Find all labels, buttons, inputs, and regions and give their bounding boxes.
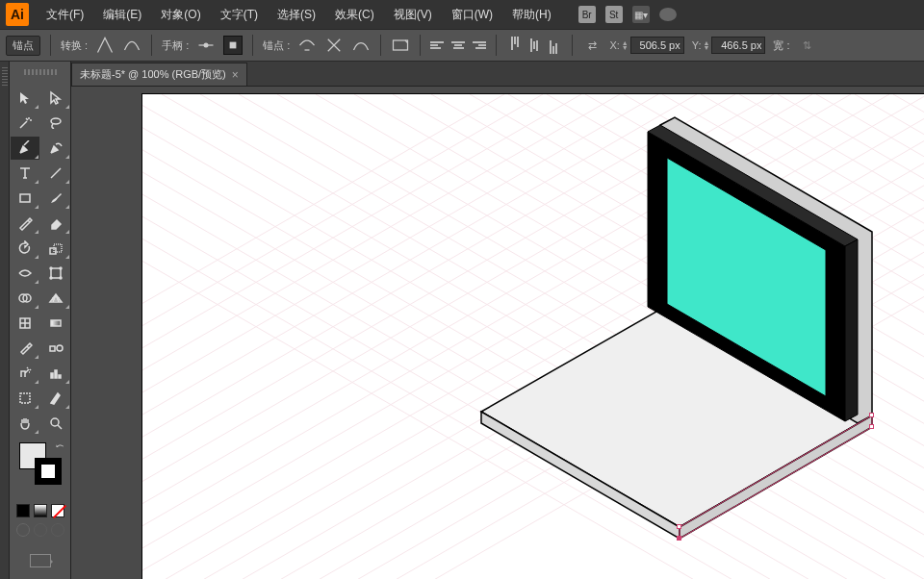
bridge-icon[interactable]: Br <box>578 6 596 23</box>
draw-inside-icon[interactable] <box>51 523 64 537</box>
anchor-remove-icon[interactable] <box>297 36 317 55</box>
selection-handle[interactable] <box>677 524 681 529</box>
menu-window[interactable]: 窗口(W) <box>444 3 500 27</box>
stroke-swatch[interactable] <box>35 458 62 485</box>
canvas-area[interactable] <box>71 87 924 579</box>
rotate-tool[interactable] <box>11 237 39 260</box>
color-swatches[interactable]: ⤺ <box>19 442 62 485</box>
type-tool[interactable] <box>11 162 39 185</box>
rectangle-tool[interactable] <box>11 187 39 210</box>
swap-fill-stroke-icon[interactable]: ⤺ <box>56 441 64 451</box>
direct-selection-tool[interactable] <box>41 87 70 110</box>
align-bottom-icon[interactable] <box>545 37 562 54</box>
x-field: X: ▲▼ <box>609 37 683 54</box>
w-link-icon[interactable]: ⇅ <box>798 36 817 55</box>
color-gradient-icon[interactable] <box>34 504 47 517</box>
slice-tool[interactable] <box>41 387 70 410</box>
curvature-tool[interactable] <box>41 137 70 160</box>
separator <box>572 35 573 56</box>
color-none-icon[interactable] <box>51 504 64 517</box>
selection-tool[interactable] <box>11 87 39 110</box>
pencil-tool[interactable] <box>11 212 39 235</box>
draw-behind-icon[interactable] <box>34 523 47 537</box>
menu-edit[interactable]: 编辑(E) <box>95 3 149 27</box>
menu-view[interactable]: 视图(V) <box>386 3 440 27</box>
convert-label: 转换 : <box>61 38 88 53</box>
blend-tool[interactable] <box>41 337 70 360</box>
magic-wand-tool[interactable] <box>11 112 39 135</box>
menu-object[interactable]: 对象(O) <box>153 3 208 27</box>
artboard-tool[interactable] <box>11 387 39 410</box>
anchor-label: 锚点 : <box>263 38 290 53</box>
y-spinner[interactable]: ▲▼ <box>704 40 710 50</box>
draw-mode-row <box>10 523 70 537</box>
scale-tool[interactable] <box>41 237 70 260</box>
align-top-icon[interactable] <box>506 37 524 54</box>
lasso-tool[interactable] <box>41 112 70 135</box>
link-xy-icon[interactable]: ⇄ <box>582 36 602 55</box>
stock-icon[interactable]: St <box>605 6 623 23</box>
convert-smooth-icon[interactable] <box>122 36 141 55</box>
align-left-icon[interactable] <box>430 37 448 54</box>
align-vertical-group <box>506 37 562 54</box>
menu-file[interactable]: 文件(F) <box>38 3 91 27</box>
x-spinner[interactable]: ▲▼ <box>622 40 629 50</box>
toolbox-grip[interactable] <box>10 65 70 79</box>
align-vcenter-icon[interactable] <box>526 37 543 54</box>
handle-show-icon[interactable] <box>196 36 216 55</box>
svg-rect-20 <box>59 375 61 378</box>
artboard[interactable] <box>142 94 924 579</box>
draw-normal-icon[interactable] <box>16 523 30 537</box>
paintbrush-tool[interactable] <box>41 187 70 210</box>
screen-mode-icon[interactable] <box>30 554 51 567</box>
selection-handle[interactable] <box>869 424 874 429</box>
options-bar: 锚点 转换 : 手柄 : 锚点 : ⇄ X: ▲▼ Y: ▲▼ 宽 : ⇅ <box>0 29 924 62</box>
free-transform-tool[interactable] <box>41 262 70 285</box>
svg-rect-18 <box>51 373 53 378</box>
symbol-sprayer-tool[interactable] <box>11 362 39 385</box>
eyedropper-tool[interactable] <box>11 337 39 360</box>
menu-select[interactable]: 选择(S) <box>270 3 323 27</box>
svg-rect-19 <box>55 370 57 378</box>
arrange-docs-icon[interactable]: ▦▾ <box>632 6 650 23</box>
separator <box>380 35 381 56</box>
svg-marker-78 <box>845 239 858 421</box>
y-input[interactable] <box>711 37 765 54</box>
pen-tool[interactable] <box>11 137 39 160</box>
hand-tool[interactable] <box>11 412 39 435</box>
x-input[interactable] <box>630 37 684 54</box>
menu-type[interactable]: 文字(T) <box>213 3 266 27</box>
align-hcenter-icon[interactable] <box>449 37 467 54</box>
align-right-icon[interactable] <box>469 37 486 54</box>
app-logo: Ai <box>6 3 29 26</box>
width-tool[interactable] <box>11 262 39 285</box>
svg-rect-2 <box>394 40 408 50</box>
gradient-tool[interactable] <box>41 312 70 335</box>
mesh-tool[interactable] <box>11 312 39 335</box>
separator <box>420 35 421 56</box>
isolate-icon[interactable] <box>391 36 410 55</box>
anchor-cut-icon[interactable] <box>324 36 344 55</box>
perspective-grid-tool[interactable] <box>41 287 70 310</box>
menu-effect[interactable]: 效果(C) <box>327 3 382 27</box>
shape-builder-tool[interactable] <box>11 287 39 310</box>
line-tool[interactable] <box>41 162 70 185</box>
y-label: Y: <box>692 39 702 51</box>
dock-grip[interactable] <box>2 67 8 87</box>
color-solid-icon[interactable] <box>16 504 30 517</box>
eraser-tool[interactable] <box>41 212 70 235</box>
search-icon[interactable] <box>659 8 677 21</box>
separator <box>496 35 497 56</box>
menu-help[interactable]: 帮助(H) <box>504 3 559 27</box>
panel-dock[interactable] <box>0 62 10 579</box>
handle-hide-icon[interactable] <box>223 36 243 55</box>
zoom-tool[interactable] <box>41 412 70 435</box>
convert-corner-icon[interactable] <box>95 36 115 55</box>
anchor-connect-icon[interactable] <box>351 36 371 55</box>
selection-anchor[interactable] <box>677 536 681 541</box>
document-tab[interactable]: 未标题-5* @ 100% (RGB/预览) × <box>71 63 247 86</box>
svg-rect-4 <box>20 194 30 202</box>
tab-close-button[interactable]: × <box>232 68 239 82</box>
column-graph-tool[interactable] <box>41 362 70 385</box>
selection-handle[interactable] <box>869 413 874 417</box>
